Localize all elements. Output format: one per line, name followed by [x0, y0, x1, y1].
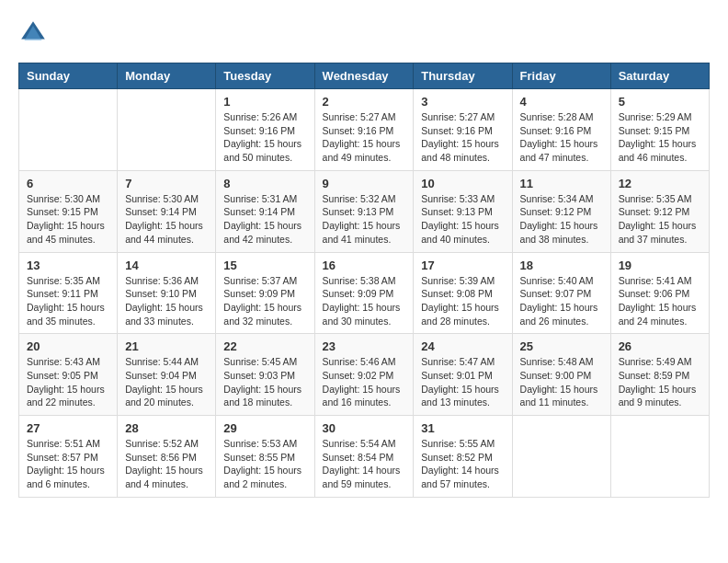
day-info: Sunrise: 5:33 AM Sunset: 9:13 PM Dayligh… — [421, 192, 504, 247]
calendar-day-header: Friday — [512, 63, 610, 89]
day-info: Sunrise: 5:27 AM Sunset: 9:16 PM Dayligh… — [323, 110, 406, 165]
calendar-day-cell: 15Sunrise: 5:37 AM Sunset: 9:09 PM Dayli… — [216, 252, 314, 334]
calendar-day-cell: 22Sunrise: 5:45 AM Sunset: 9:03 PM Dayli… — [216, 334, 314, 416]
day-number: 21 — [125, 339, 208, 353]
day-number: 27 — [27, 421, 109, 435]
calendar-day-cell: 21Sunrise: 5:44 AM Sunset: 9:04 PM Dayli… — [118, 334, 216, 416]
day-number: 11 — [520, 177, 603, 190]
day-info: Sunrise: 5:27 AM Sunset: 9:16 PM Dayligh… — [421, 110, 504, 165]
day-number: 23 — [323, 339, 406, 353]
day-number: 3 — [421, 95, 504, 109]
day-number: 18 — [520, 259, 603, 272]
calendar-day-header: Saturday — [610, 63, 709, 89]
page-header — [18, 18, 710, 48]
day-number: 10 — [421, 177, 504, 190]
calendar-day-header: Sunday — [19, 63, 118, 89]
day-number: 12 — [619, 177, 701, 190]
day-info: Sunrise: 5:39 AM Sunset: 9:08 PM Dayligh… — [421, 274, 504, 328]
calendar-week-row: 13Sunrise: 5:35 AM Sunset: 9:11 PM Dayli… — [19, 252, 710, 334]
day-number: 13 — [27, 259, 109, 272]
day-number: 7 — [125, 177, 208, 190]
calendar-day-cell: 31Sunrise: 5:55 AM Sunset: 8:52 PM Dayli… — [414, 416, 512, 498]
calendar-day-cell: 8Sunrise: 5:31 AM Sunset: 9:14 PM Daylig… — [216, 170, 314, 252]
calendar-day-cell: 19Sunrise: 5:41 AM Sunset: 9:06 PM Dayli… — [610, 252, 709, 334]
day-info: Sunrise: 5:26 AM Sunset: 9:16 PM Dayligh… — [223, 110, 306, 165]
day-number: 31 — [421, 421, 504, 435]
calendar-day-header: Tuesday — [216, 63, 314, 89]
day-number: 29 — [223, 421, 306, 435]
calendar-day-cell: 17Sunrise: 5:39 AM Sunset: 9:08 PM Dayli… — [414, 252, 512, 334]
day-number: 15 — [223, 259, 306, 272]
day-number: 24 — [421, 339, 504, 353]
day-info: Sunrise: 5:32 AM Sunset: 9:13 PM Dayligh… — [323, 192, 406, 247]
day-number: 8 — [223, 177, 306, 190]
calendar-week-row: 20Sunrise: 5:43 AM Sunset: 9:05 PM Dayli… — [19, 334, 710, 416]
day-info: Sunrise: 5:40 AM Sunset: 9:07 PM Dayligh… — [520, 274, 603, 328]
calendar-day-cell: 26Sunrise: 5:49 AM Sunset: 8:59 PM Dayli… — [610, 334, 709, 416]
calendar-day-cell: 11Sunrise: 5:34 AM Sunset: 9:12 PM Dayli… — [512, 170, 610, 252]
calendar-day-cell: 4Sunrise: 5:28 AM Sunset: 9:16 PM Daylig… — [512, 89, 610, 171]
calendar-week-row: 1Sunrise: 5:26 AM Sunset: 9:16 PM Daylig… — [19, 89, 710, 171]
day-info: Sunrise: 5:44 AM Sunset: 9:04 PM Dayligh… — [125, 355, 208, 409]
calendar-day-cell: 30Sunrise: 5:54 AM Sunset: 8:54 PM Dayli… — [314, 416, 414, 498]
day-info: Sunrise: 5:51 AM Sunset: 8:57 PM Dayligh… — [27, 437, 109, 491]
day-info: Sunrise: 5:34 AM Sunset: 9:12 PM Dayligh… — [520, 192, 603, 247]
calendar-day-cell: 10Sunrise: 5:33 AM Sunset: 9:13 PM Dayli… — [414, 170, 512, 252]
calendar-day-cell: 28Sunrise: 5:52 AM Sunset: 8:56 PM Dayli… — [118, 416, 216, 498]
day-number: 9 — [323, 177, 406, 190]
calendar-day-cell — [610, 416, 709, 498]
calendar-day-cell: 16Sunrise: 5:38 AM Sunset: 9:09 PM Dayli… — [314, 252, 414, 334]
calendar-header-row: SundayMondayTuesdayWednesdayThursdayFrid… — [19, 63, 710, 89]
day-info: Sunrise: 5:35 AM Sunset: 9:12 PM Dayligh… — [619, 192, 701, 247]
day-info: Sunrise: 5:46 AM Sunset: 9:02 PM Dayligh… — [323, 355, 406, 409]
day-number: 25 — [520, 339, 603, 353]
calendar-day-cell: 2Sunrise: 5:27 AM Sunset: 9:16 PM Daylig… — [314, 89, 414, 171]
calendar-day-cell: 18Sunrise: 5:40 AM Sunset: 9:07 PM Dayli… — [512, 252, 610, 334]
calendar-day-cell: 14Sunrise: 5:36 AM Sunset: 9:10 PM Dayli… — [118, 252, 216, 334]
calendar-day-cell: 12Sunrise: 5:35 AM Sunset: 9:12 PM Dayli… — [610, 170, 709, 252]
calendar-day-cell: 20Sunrise: 5:43 AM Sunset: 9:05 PM Dayli… — [19, 334, 118, 416]
day-number: 19 — [619, 259, 701, 272]
day-info: Sunrise: 5:47 AM Sunset: 9:01 PM Dayligh… — [421, 355, 504, 409]
day-info: Sunrise: 5:38 AM Sunset: 9:09 PM Dayligh… — [323, 274, 406, 328]
day-number: 1 — [223, 95, 306, 109]
day-info: Sunrise: 5:30 AM Sunset: 9:15 PM Dayligh… — [27, 192, 109, 247]
day-info: Sunrise: 5:49 AM Sunset: 8:59 PM Dayligh… — [619, 355, 701, 409]
day-number: 6 — [27, 177, 109, 190]
day-number: 4 — [520, 95, 603, 109]
day-info: Sunrise: 5:31 AM Sunset: 9:14 PM Dayligh… — [223, 192, 306, 247]
calendar-day-cell: 27Sunrise: 5:51 AM Sunset: 8:57 PM Dayli… — [19, 416, 118, 498]
calendar-day-header: Monday — [118, 63, 216, 89]
day-info: Sunrise: 5:48 AM Sunset: 9:00 PM Dayligh… — [520, 355, 603, 409]
calendar-week-row: 6Sunrise: 5:30 AM Sunset: 9:15 PM Daylig… — [19, 170, 710, 252]
calendar-day-header: Thursday — [414, 63, 512, 89]
day-number: 16 — [323, 259, 406, 272]
calendar-day-cell: 9Sunrise: 5:32 AM Sunset: 9:13 PM Daylig… — [314, 170, 414, 252]
day-number: 22 — [223, 339, 306, 353]
calendar-day-cell: 23Sunrise: 5:46 AM Sunset: 9:02 PM Dayli… — [314, 334, 414, 416]
day-info: Sunrise: 5:28 AM Sunset: 9:16 PM Dayligh… — [520, 110, 603, 165]
day-info: Sunrise: 5:43 AM Sunset: 9:05 PM Dayligh… — [27, 355, 109, 409]
day-number: 28 — [125, 421, 208, 435]
day-number: 17 — [421, 259, 504, 272]
calendar-day-cell: 24Sunrise: 5:47 AM Sunset: 9:01 PM Dayli… — [414, 334, 512, 416]
day-info: Sunrise: 5:35 AM Sunset: 9:11 PM Dayligh… — [27, 274, 109, 328]
day-info: Sunrise: 5:52 AM Sunset: 8:56 PM Dayligh… — [125, 437, 208, 491]
calendar-day-cell: 29Sunrise: 5:53 AM Sunset: 8:55 PM Dayli… — [216, 416, 314, 498]
day-number: 14 — [125, 259, 208, 272]
day-info: Sunrise: 5:55 AM Sunset: 8:52 PM Dayligh… — [421, 437, 504, 491]
day-info: Sunrise: 5:45 AM Sunset: 9:03 PM Dayligh… — [223, 355, 306, 409]
day-number: 20 — [27, 339, 109, 353]
day-info: Sunrise: 5:30 AM Sunset: 9:14 PM Dayligh… — [125, 192, 208, 247]
calendar-table: SundayMondayTuesdayWednesdayThursdayFrid… — [18, 63, 710, 498]
day-number: 26 — [619, 339, 701, 353]
calendar-day-cell: 6Sunrise: 5:30 AM Sunset: 9:15 PM Daylig… — [19, 170, 118, 252]
day-number: 30 — [323, 421, 406, 435]
calendar-day-cell: 13Sunrise: 5:35 AM Sunset: 9:11 PM Dayli… — [19, 252, 118, 334]
day-info: Sunrise: 5:36 AM Sunset: 9:10 PM Dayligh… — [125, 274, 208, 328]
calendar-week-row: 27Sunrise: 5:51 AM Sunset: 8:57 PM Dayli… — [19, 416, 710, 498]
day-info: Sunrise: 5:53 AM Sunset: 8:55 PM Dayligh… — [223, 437, 306, 491]
logo-icon — [18, 18, 48, 48]
calendar-day-cell: 25Sunrise: 5:48 AM Sunset: 9:00 PM Dayli… — [512, 334, 610, 416]
day-info: Sunrise: 5:41 AM Sunset: 9:06 PM Dayligh… — [619, 274, 701, 328]
